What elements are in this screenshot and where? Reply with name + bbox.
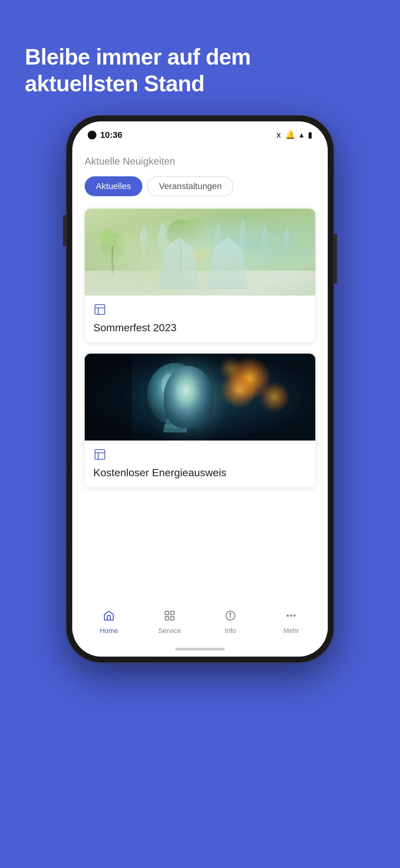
- page-background: Bleibe immer auf dem aktuellsten Stand 1…: [0, 0, 400, 868]
- svg-point-1: [101, 234, 126, 258]
- svg-point-17: [259, 381, 290, 412]
- nav-mehr-label: Mehr: [284, 627, 299, 635]
- svg-rect-20: [166, 419, 185, 425]
- svg-rect-0: [85, 209, 315, 296]
- nav-service[interactable]: Service: [154, 610, 185, 635]
- svg-rect-6: [112, 246, 113, 277]
- service-icon: [164, 610, 175, 624]
- status-bar: 10:36 ⅹ 🔔 ▴ ▮: [72, 121, 328, 143]
- bluetooth-icon: ⅹ: [276, 130, 281, 140]
- nav-service-label: Service: [158, 627, 181, 635]
- home-bar: [175, 648, 225, 650]
- svg-rect-8: [85, 271, 315, 296]
- page-headline: Bleibe immer auf dem aktuellsten Stand: [0, 0, 400, 116]
- svg-rect-22: [163, 428, 187, 432]
- bottom-nav: Home S: [72, 603, 328, 644]
- card-sommerfest-image: [85, 209, 315, 296]
- app-content: Aktuelle Neuigkeiten Aktuelles Veranstal…: [72, 143, 328, 657]
- phone-device: 10:36 ⅹ 🔔 ▴ ▮ Aktuelle Neuigkeiten: [67, 116, 333, 662]
- card-energy[interactable]: Kostenloser Energieausweis: [85, 353, 315, 487]
- svg-rect-7: [180, 240, 182, 277]
- phone-shell: 10:36 ⅹ 🔔 ▴ ▮ Aktuelle Neuigkeiten: [67, 116, 333, 662]
- filter-tabs: Aktuelles Veranstaltungen: [85, 176, 315, 196]
- svg-point-18: [219, 357, 243, 381]
- wifi-icon: ▴: [300, 130, 304, 140]
- energy-svg: [85, 353, 315, 440]
- section-title: Aktuelle Neuigkeiten: [85, 156, 315, 167]
- nav-info-label: Info: [225, 627, 236, 635]
- card-sommerfest-icon: [93, 303, 307, 318]
- battery-icon: ▮: [308, 130, 312, 140]
- status-icons: ⅹ 🔔 ▴ ▮: [276, 130, 312, 140]
- sommerfest-svg: [85, 209, 315, 296]
- card-energy-icon: [93, 448, 307, 463]
- card-sommerfest-title: Sommerfest 2023: [93, 321, 307, 334]
- tab-veranstaltungen[interactable]: Veranstaltungen: [147, 176, 233, 196]
- svg-rect-21: [164, 424, 186, 429]
- tab-aktuelles[interactable]: Aktuelles: [85, 176, 142, 196]
- svg-point-5: [185, 218, 203, 237]
- svg-rect-29: [171, 611, 174, 615]
- card-energy-title: Kostenloser Energieausweis: [93, 467, 307, 479]
- svg-rect-31: [171, 617, 174, 620]
- phone-screen: 10:36 ⅹ 🔔 ▴ ▮ Aktuelle Neuigkeiten: [72, 121, 328, 657]
- svg-point-36: [291, 615, 292, 616]
- card-energy-body: Kostenloser Energieausweis: [85, 440, 315, 487]
- notification-icon: 🔔: [285, 130, 295, 140]
- svg-rect-28: [165, 611, 169, 615]
- svg-point-35: [287, 615, 288, 616]
- nav-home-label: Home: [100, 627, 118, 635]
- svg-point-10: [202, 248, 210, 256]
- svg-point-11: [190, 253, 198, 260]
- headline-text: Bleibe immer auf dem aktuellsten Stand: [25, 43, 375, 97]
- camera-dot: [88, 131, 96, 140]
- card-sommerfest-body: Sommerfest 2023: [85, 296, 315, 342]
- home-indicator: [72, 644, 328, 657]
- svg-rect-30: [165, 617, 169, 620]
- nav-home[interactable]: Home: [93, 610, 124, 635]
- info-icon: [225, 610, 236, 624]
- svg-point-37: [294, 615, 295, 616]
- svg-point-23: [161, 374, 177, 396]
- content-scroll: Aktuelle Neuigkeiten Aktuelles Veranstal…: [72, 143, 328, 603]
- nav-mehr[interactable]: Mehr: [276, 610, 307, 635]
- svg-point-2: [116, 230, 135, 249]
- svg-rect-24: [85, 353, 132, 440]
- svg-point-9: [194, 250, 206, 261]
- status-time: 10:36: [88, 130, 123, 140]
- svg-rect-25: [95, 450, 105, 460]
- nav-info[interactable]: Info: [215, 610, 246, 635]
- svg-rect-12: [95, 305, 105, 314]
- svg-point-3: [99, 229, 115, 244]
- card-sommerfest[interactable]: Sommerfest 2023: [85, 209, 315, 342]
- svg-point-19: [147, 363, 203, 425]
- card-energy-image: [85, 353, 315, 440]
- home-icon: [103, 610, 115, 624]
- svg-point-4: [167, 219, 195, 247]
- mehr-icon: [285, 610, 297, 624]
- svg-point-34: [230, 613, 231, 614]
